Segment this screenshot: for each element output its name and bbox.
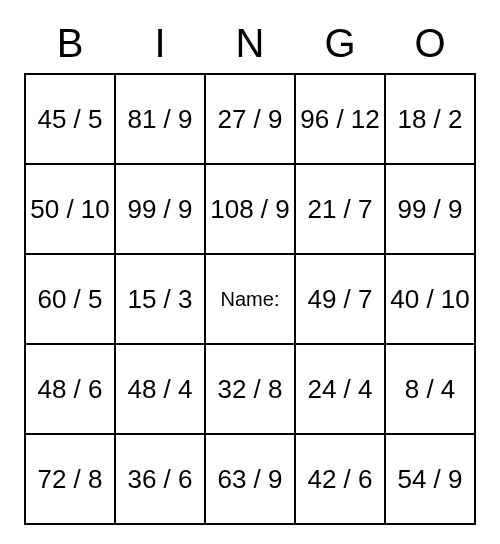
- bingo-cell[interactable]: 99 / 9: [115, 164, 205, 254]
- bingo-row: 48 / 6 48 / 4 32 / 8 24 / 4 8 / 4: [25, 344, 475, 434]
- bingo-header-row: B I N G O: [25, 18, 475, 74]
- bingo-row: 60 / 5 15 / 3 Name: 49 / 7 40 / 10: [25, 254, 475, 344]
- bingo-header-g: G: [295, 18, 385, 74]
- bingo-cell[interactable]: 24 / 4: [295, 344, 385, 434]
- bingo-card: B I N G O 45 / 5 81 / 9 27 / 9 96 / 12 1…: [24, 18, 476, 525]
- bingo-header-n: N: [205, 18, 295, 74]
- bingo-cell[interactable]: 48 / 4: [115, 344, 205, 434]
- bingo-cell[interactable]: 50 / 10: [25, 164, 115, 254]
- bingo-cell[interactable]: 63 / 9: [205, 434, 295, 524]
- bingo-cell[interactable]: 21 / 7: [295, 164, 385, 254]
- bingo-header-i: I: [115, 18, 205, 74]
- bingo-free-cell[interactable]: Name:: [205, 254, 295, 344]
- bingo-cell[interactable]: 81 / 9: [115, 74, 205, 164]
- bingo-cell[interactable]: 36 / 6: [115, 434, 205, 524]
- bingo-cell[interactable]: 48 / 6: [25, 344, 115, 434]
- bingo-row: 72 / 8 36 / 6 63 / 9 42 / 6 54 / 9: [25, 434, 475, 524]
- bingo-cell[interactable]: 27 / 9: [205, 74, 295, 164]
- bingo-cell[interactable]: 72 / 8: [25, 434, 115, 524]
- bingo-cell[interactable]: 49 / 7: [295, 254, 385, 344]
- bingo-cell[interactable]: 15 / 3: [115, 254, 205, 344]
- bingo-cell[interactable]: 32 / 8: [205, 344, 295, 434]
- bingo-header-o: O: [385, 18, 475, 74]
- bingo-cell[interactable]: 96 / 12: [295, 74, 385, 164]
- bingo-cell[interactable]: 60 / 5: [25, 254, 115, 344]
- bingo-cell[interactable]: 42 / 6: [295, 434, 385, 524]
- bingo-cell[interactable]: 108 / 9: [205, 164, 295, 254]
- bingo-cell[interactable]: 8 / 4: [385, 344, 475, 434]
- bingo-header-b: B: [25, 18, 115, 74]
- bingo-cell[interactable]: 99 / 9: [385, 164, 475, 254]
- bingo-cell[interactable]: 54 / 9: [385, 434, 475, 524]
- bingo-cell[interactable]: 45 / 5: [25, 74, 115, 164]
- bingo-row: 45 / 5 81 / 9 27 / 9 96 / 12 18 / 2: [25, 74, 475, 164]
- bingo-cell[interactable]: 18 / 2: [385, 74, 475, 164]
- bingo-row: 50 / 10 99 / 9 108 / 9 21 / 7 99 / 9: [25, 164, 475, 254]
- bingo-cell[interactable]: 40 / 10: [385, 254, 475, 344]
